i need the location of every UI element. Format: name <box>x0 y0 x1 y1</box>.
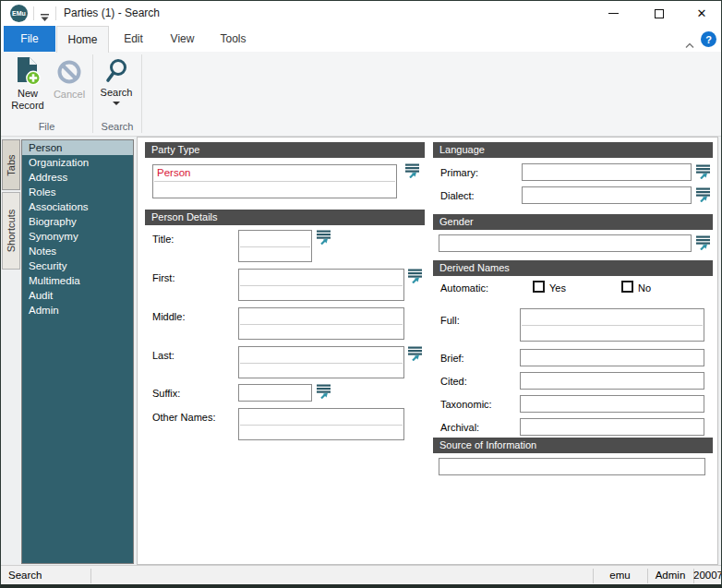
collapse-ribbon-icon[interactable] <box>684 36 695 53</box>
sidebar-item-person[interactable]: Person <box>22 140 133 155</box>
gender-input[interactable] <box>439 234 692 252</box>
sidebar-item-biography[interactable]: Biography <box>22 214 133 229</box>
grid-row-divider <box>240 324 403 325</box>
ribbon: New Record Cancel Search File Search <box>1 52 721 137</box>
sidebar-item-admin[interactable]: Admin <box>22 303 133 318</box>
tab-file[interactable]: File <box>4 26 55 52</box>
new-record-label-line2: Record <box>6 100 49 112</box>
lookup-list-icon[interactable] <box>408 269 423 283</box>
titlebar-divider <box>55 6 56 20</box>
automatic-no-checkbox[interactable] <box>621 281 633 293</box>
maximize-button[interactable] <box>643 1 676 26</box>
first-grid[interactable] <box>238 269 404 301</box>
other-names-grid[interactable] <box>238 408 404 440</box>
lookup-list-icon[interactable] <box>408 346 423 361</box>
sidebar-item-audit[interactable]: Audit <box>22 288 133 303</box>
middle-grid[interactable] <box>238 307 404 340</box>
field-label-middle: Middle: <box>152 311 185 322</box>
cancel-icon <box>56 59 82 85</box>
status-code: 20007 <box>693 570 721 581</box>
status-user: emu <box>593 570 647 581</box>
sidebar-item-associations[interactable]: Associations <box>22 199 133 214</box>
emu-logo-icon: EMu <box>10 5 28 22</box>
sidebar-item-notes[interactable]: Notes <box>22 244 133 258</box>
full-name-grid[interactable] <box>520 308 704 342</box>
sidebar-item-synonymy[interactable]: Synonymy <box>22 229 133 244</box>
field-label-automatic: Automatic: <box>440 282 488 294</box>
new-record-icon <box>14 56 42 86</box>
search-dropdown-icon[interactable] <box>113 102 120 105</box>
new-record-label-line1: New <box>6 88 49 100</box>
tab-view[interactable]: View <box>158 26 207 52</box>
sidebar-item-security[interactable]: Security <box>22 258 133 273</box>
primary-language-input[interactable] <box>522 163 692 181</box>
section-header-person-details: Person Details <box>145 210 425 225</box>
dialect-input[interactable] <box>522 186 692 204</box>
field-label-archival: Archival: <box>440 422 479 433</box>
help-button[interactable]: ? <box>701 31 716 47</box>
lookup-list-icon[interactable] <box>696 164 711 179</box>
tab-tools[interactable]: Tools <box>207 26 259 52</box>
quick-access-dropdown-icon[interactable] <box>40 9 50 26</box>
ribbon-tab-row: File Home Edit View Tools ? <box>1 26 721 52</box>
field-label-suffix: Suffix: <box>152 388 180 399</box>
automatic-yes-checkbox[interactable] <box>533 281 545 293</box>
field-label-first: First: <box>152 272 174 283</box>
suffix-input[interactable] <box>238 384 312 402</box>
ribbon-group-search-label: Search <box>92 121 142 135</box>
sidebar-tab-list: Person Organization Address Roles Associ… <box>21 139 134 564</box>
grid-row-divider <box>240 425 403 426</box>
field-label-full: Full: <box>440 315 460 326</box>
section-header-derived-names: Derived Names <box>433 260 713 276</box>
status-mode: Search <box>8 570 42 581</box>
lookup-list-icon[interactable] <box>317 230 331 245</box>
party-type-value[interactable]: Person <box>157 167 190 178</box>
tab-home[interactable]: Home <box>56 26 109 53</box>
sidebar-item-roles[interactable]: Roles <box>22 185 133 199</box>
cancel-label: Cancel <box>49 89 90 101</box>
sidebar-item-address[interactable]: Address <box>22 170 133 185</box>
rail-tab-shortcuts[interactable]: Shortcuts <box>2 192 20 270</box>
minimize-button[interactable] <box>596 1 630 26</box>
sidebar-item-multimedia[interactable]: Multimedia <box>22 273 133 288</box>
rail-tab-tabs-label: Tabs <box>6 154 17 175</box>
close-button[interactable]: ✕ <box>685 1 718 26</box>
lookup-list-icon[interactable] <box>696 187 711 202</box>
grid-row-divider <box>522 325 703 326</box>
last-grid[interactable] <box>238 346 404 378</box>
main-area: Tabs Shortcuts Person Organization Addre… <box>1 137 721 565</box>
rail-tab-shortcuts-label: Shortcuts <box>6 210 17 252</box>
lookup-list-icon[interactable] <box>317 384 331 399</box>
titlebar-divider <box>33 6 34 20</box>
tab-edit[interactable]: Edit <box>109 26 158 52</box>
search-label: Search <box>95 87 138 99</box>
party-type-grid[interactable]: Person <box>152 164 397 198</box>
rail-tab-tabs[interactable]: Tabs <box>2 139 20 190</box>
maximize-icon <box>655 9 664 18</box>
title-bar: EMu Parties (1) - Search ✕ <box>1 1 721 26</box>
sidebar-item-organization[interactable]: Organization <box>22 155 133 170</box>
lookup-list-icon[interactable] <box>696 235 711 250</box>
archival-name-input[interactable] <box>520 418 704 436</box>
brief-name-input[interactable] <box>520 349 704 366</box>
grid-row-divider <box>154 181 395 182</box>
taxonomic-name-input[interactable] <box>520 395 704 413</box>
section-header-gender: Gender <box>433 214 713 230</box>
status-bar: Search emu Admin 20007 <box>1 565 721 585</box>
minimize-icon <box>608 13 619 14</box>
section-header-source-of-information: Source of Information <box>433 438 713 453</box>
checkbox-label-no: No <box>638 282 651 294</box>
field-label-title: Title: <box>152 234 174 245</box>
help-icon: ? <box>705 34 712 45</box>
cited-name-input[interactable] <box>520 372 704 390</box>
field-label-brief: Brief: <box>440 353 464 364</box>
search-form-panel: Party Type Person Person Details Title: … <box>137 137 718 565</box>
field-label-dialect: Dialect: <box>440 190 475 201</box>
title-grid[interactable] <box>238 230 312 262</box>
lookup-list-icon[interactable] <box>405 163 420 178</box>
grid-row-divider <box>240 363 403 364</box>
grid-row-divider <box>240 246 310 247</box>
close-icon: ✕ <box>697 7 707 19</box>
source-of-information-input[interactable] <box>439 458 705 475</box>
section-header-party-type: Party Type <box>145 142 425 158</box>
